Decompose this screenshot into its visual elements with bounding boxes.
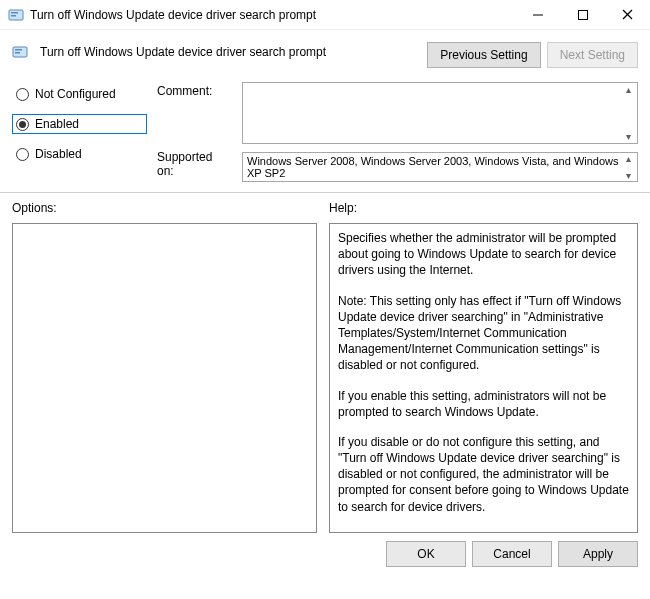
radio-icon bbox=[16, 88, 29, 101]
window-title: Turn off Windows Update device driver se… bbox=[30, 8, 515, 22]
svg-rect-9 bbox=[15, 52, 20, 54]
options-panel bbox=[12, 223, 317, 533]
radio-label: Enabled bbox=[35, 117, 79, 131]
previous-setting-button[interactable]: Previous Setting bbox=[427, 42, 540, 68]
scroll-down-icon[interactable]: ▾ bbox=[620, 131, 636, 142]
comment-field[interactable]: ▴ ▾ bbox=[242, 82, 638, 144]
svg-rect-4 bbox=[578, 10, 587, 19]
help-text: Note: This setting only has effect if "T… bbox=[338, 293, 631, 374]
policy-title: Turn off Windows Update device driver se… bbox=[40, 45, 326, 59]
radio-enabled[interactable]: Enabled bbox=[12, 114, 147, 134]
scroll-up-icon[interactable]: ▴ bbox=[620, 84, 636, 95]
svg-rect-1 bbox=[11, 12, 18, 14]
scroll-down-icon[interactable]: ▾ bbox=[620, 170, 636, 181]
next-setting-button: Next Setting bbox=[547, 42, 638, 68]
help-text: If you disable or do not configure this … bbox=[338, 434, 631, 515]
supported-value: Windows Server 2008, Windows Server 2003… bbox=[247, 155, 633, 179]
radio-icon bbox=[16, 148, 29, 161]
svg-rect-2 bbox=[11, 15, 16, 17]
ok-button[interactable]: OK bbox=[386, 541, 466, 567]
scroll-up-icon[interactable]: ▴ bbox=[620, 153, 636, 164]
state-radio-group: Not Configured Enabled Disabled bbox=[12, 82, 147, 182]
header-row: Turn off Windows Update device driver se… bbox=[12, 38, 638, 68]
window-controls bbox=[515, 0, 650, 30]
cancel-button[interactable]: Cancel bbox=[472, 541, 552, 567]
policy-icon bbox=[8, 7, 24, 23]
close-button[interactable] bbox=[605, 0, 650, 30]
apply-button[interactable]: Apply bbox=[558, 541, 638, 567]
minimize-button[interactable] bbox=[515, 0, 560, 30]
policy-icon bbox=[12, 44, 28, 60]
svg-rect-8 bbox=[15, 49, 22, 51]
options-label: Options: bbox=[12, 201, 317, 215]
radio-disabled[interactable]: Disabled bbox=[12, 144, 147, 164]
dialog-footer: OK Cancel Apply bbox=[0, 533, 650, 577]
supported-label: Supported on: bbox=[157, 150, 232, 178]
radio-label: Not Configured bbox=[35, 87, 116, 101]
help-text: If you enable this setting, administrato… bbox=[338, 388, 631, 420]
help-panel: Specifies whether the administrator will… bbox=[329, 223, 638, 533]
radio-icon bbox=[16, 118, 29, 131]
help-text: Specifies whether the administrator will… bbox=[338, 230, 631, 279]
maximize-button[interactable] bbox=[560, 0, 605, 30]
comment-label: Comment: bbox=[157, 84, 232, 98]
supported-on-field: Windows Server 2008, Windows Server 2003… bbox=[242, 152, 638, 182]
titlebar: Turn off Windows Update device driver se… bbox=[0, 0, 650, 30]
help-label: Help: bbox=[329, 201, 638, 215]
radio-not-configured[interactable]: Not Configured bbox=[12, 84, 147, 104]
radio-label: Disabled bbox=[35, 147, 82, 161]
